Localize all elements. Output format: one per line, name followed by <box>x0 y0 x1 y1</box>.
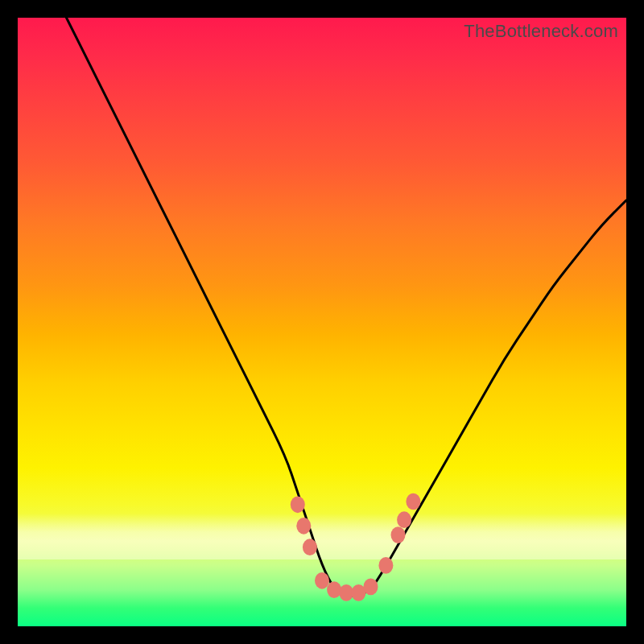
curve-markers <box>291 493 421 601</box>
bottleneck-curve <box>67 18 627 596</box>
curve-marker <box>351 584 365 601</box>
curve-marker <box>327 581 341 598</box>
watermark-text: TheBottleneck.com <box>464 21 618 42</box>
curve-marker <box>303 539 317 555</box>
chart-frame: TheBottleneck.com <box>0 0 644 644</box>
curve-marker <box>391 526 406 543</box>
highlight-band <box>18 514 626 559</box>
curve-marker <box>339 584 353 601</box>
curve-marker <box>378 557 393 574</box>
bottleneck-curve-svg <box>18 18 626 626</box>
curve-marker <box>397 511 411 528</box>
curve-marker <box>406 493 420 510</box>
curve-marker <box>296 518 311 535</box>
curve-marker <box>291 496 305 513</box>
curve-marker <box>364 579 378 596</box>
curve-marker <box>315 572 329 589</box>
plot-area: TheBottleneck.com <box>18 18 626 626</box>
